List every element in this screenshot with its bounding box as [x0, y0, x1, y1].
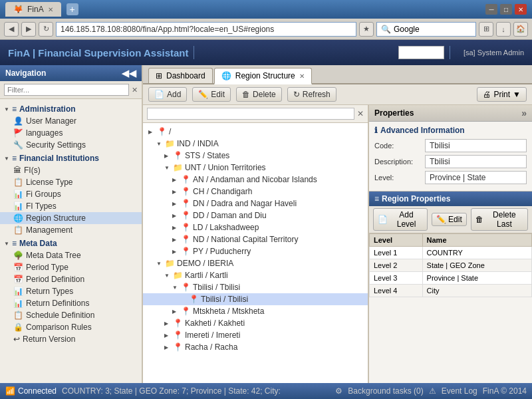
tree-item-imereti[interactable]: ▶ 📍 Imereti / Imereti [143, 329, 368, 341]
sidebar-item-languages[interactable]: 🚩 languages [0, 127, 142, 139]
nav-section-meta-header[interactable]: ▼ ≡ Meta Data [0, 237, 142, 249]
window-controls: ─ □ ✕ [485, 4, 527, 15]
description-row: Description: Tbilisi [374, 155, 527, 168]
header-separator [194, 46, 194, 59]
folder-icon: 📁 [165, 259, 175, 268]
language-selector[interactable]: English ▼ [398, 46, 444, 59]
tree-search-input[interactable] [147, 108, 354, 120]
tree-item-kakheti[interactable]: ▶ 📍 Kakheti / Kakheti [143, 317, 368, 329]
tree-item-unt[interactable]: ▼ 📁 UNT / Union Territories [143, 162, 368, 174]
tree-item-label: PY / Puducherry [193, 247, 251, 256]
sidebar-item-return-version[interactable]: ↩ Return Version [0, 333, 142, 345]
nav-section-administration-header[interactable]: ▼ ≡ Administration [0, 103, 142, 115]
chart-icon-3: 📊 [13, 287, 23, 296]
tree-item-mtskheta[interactable]: ▶ 📍 Mtskheta / Mtskheta [143, 305, 368, 317]
nav-extra-1[interactable]: ⊞ [479, 22, 493, 37]
sidebar-item-security-settings[interactable]: 🔧 Security Settings [0, 139, 142, 151]
tree-item-an[interactable]: ▶ 📍 AN / Andaman and Nicobar Islands [143, 174, 368, 186]
window-close-button[interactable]: ✕ [515, 4, 527, 15]
nav-section-administration: ▼ ≡ Administration 👤 User Manager 🚩 lang… [0, 103, 142, 151]
tab-close-icon[interactable]: ✕ [299, 72, 305, 80]
reload-button[interactable]: ↻ [39, 22, 53, 37]
window-minimize-button[interactable]: ─ [485, 4, 497, 15]
description-label: Description: [374, 158, 421, 166]
print-button[interactable]: 🖨 Print ▼ [477, 87, 527, 102]
sidebar-item-return-definitions[interactable]: 📊 Return Definitions [0, 297, 142, 309]
add-button[interactable]: 📄 Add [148, 87, 187, 102]
sidebar-item-period-definition[interactable]: 📅 Period Definition [0, 273, 142, 285]
tree-item-root[interactable]: ▶ 📍 / [143, 126, 368, 138]
sidebar-item-schedule-definition[interactable]: 📋 Schedule Definition [0, 309, 142, 321]
nav-filter-input[interactable] [4, 84, 129, 96]
tree-item-demo[interactable]: ▼ 📁 DEMO / IBERIA [143, 257, 368, 269]
region-edit-button[interactable]: ✏️ Edit [432, 213, 467, 226]
browser-tab[interactable]: 🦊 FinA ✕ [5, 2, 61, 17]
tab-dashboard-label: Dashboard [166, 71, 205, 80]
search-bar[interactable]: 🔍 Google [376, 22, 476, 37]
back-button[interactable]: ◀ [4, 22, 19, 37]
tree-item-tbilisi-selected[interactable]: 📍 Tbilisi / Tbilisi [143, 293, 368, 305]
sidebar-item-fis[interactable]: 🏛 FI(s) [0, 164, 142, 176]
tree-search-clear-button[interactable]: ✕ [357, 109, 364, 118]
new-tab-button[interactable]: + [66, 3, 78, 15]
address-bar[interactable]: 146.185.178.108:8080/fina/App.html?local… [56, 22, 356, 37]
sidebar-item-license-type[interactable]: 📋 License Type [0, 176, 142, 188]
nav-collapse-button[interactable]: ◀◀ [122, 68, 136, 78]
tab-close-btn[interactable]: ✕ [48, 6, 53, 13]
tree-arrow-icon: ▼ [164, 273, 171, 279]
tree-item-sts[interactable]: ▶ 📍 STS / States [143, 150, 368, 162]
tree-icon: 🌳 [13, 251, 23, 260]
refresh-button[interactable]: ↻ Refresh [287, 87, 336, 102]
edit-button[interactable]: ✏️ Edit [192, 87, 231, 102]
sidebar-item-region-structure[interactable]: 🌐 Region Structure [0, 212, 142, 224]
tree-item-nd[interactable]: ▶ 📍 ND / National Capital Territory [143, 233, 368, 245]
fi-section-icon: ≡ [12, 154, 17, 163]
tree-item-racha[interactable]: ▶ 📍 Racha / Racha [143, 341, 368, 353]
add-level-button[interactable]: 📄 Add Level [373, 208, 428, 231]
tree-item-ind[interactable]: ▼ 📁 IND / INDIA [143, 138, 368, 150]
tab-region-structure[interactable]: 🌐 Region Structure ✕ [214, 68, 312, 84]
nav-filter-clear-button[interactable]: ✕ [132, 86, 138, 94]
sidebar-item-management[interactable]: 📋 Management [0, 224, 142, 236]
tree-scroll[interactable]: ▶ 📍 / ▼ 📁 IND / INDIA ▶ 📍 STS / S [143, 123, 368, 383]
sidebar-item-comparison-rules[interactable]: 🔒 Comparison Rules [0, 321, 142, 333]
delete-last-icon: 🗑 [475, 215, 483, 224]
nav-item-label: Security Settings [26, 140, 86, 150]
nav-item-label: Return Types [26, 287, 73, 296]
sidebar-item-fi-types[interactable]: 📊 FI Types [0, 200, 142, 212]
expand-icon[interactable]: » [521, 108, 527, 118]
sidebar-item-return-types[interactable]: 📊 Return Types [0, 285, 142, 297]
sidebar-item-period-type[interactable]: 📅 Period Type [0, 261, 142, 273]
sidebar-item-user-manager[interactable]: 👤 User Manager [0, 115, 142, 127]
description-value[interactable]: Tbilisi [425, 155, 527, 168]
nav-item-label: languages [26, 128, 63, 138]
tab-dashboard[interactable]: ⊞ Dashboard [148, 68, 213, 83]
window-maximize-button[interactable]: □ [500, 4, 512, 15]
nav-extra-3[interactable]: 🏠 [513, 22, 528, 37]
tree-item-dd[interactable]: ▶ 📍 DD / Daman and Diu [143, 209, 368, 221]
tree-arrow-icon [180, 297, 187, 303]
tree-item-kartli[interactable]: ▼ 📁 Kartli / Kartli [143, 269, 368, 281]
bookmark-button[interactable]: ★ [359, 22, 374, 37]
tree-item-tbilisi-parent[interactable]: ▼ 📍 Tbilisi / Tbilisi [143, 281, 368, 293]
nav-item-label: FI Types [26, 201, 57, 211]
tree-item-py[interactable]: ▶ 📍 PY / Puducherry [143, 245, 368, 257]
sidebar-item-fi-groups[interactable]: 📊 Fi Groups [0, 188, 142, 200]
nav-extra-2[interactable]: ↓ [496, 22, 511, 37]
delete-button[interactable]: 🗑 Delete [236, 87, 282, 102]
tab-region-structure-label: Region Structure [235, 71, 295, 80]
tree-item-dn[interactable]: ▶ 📍 DN / Dadra and Nagar Haveli [143, 198, 368, 209]
nav-header: Navigation ◀◀ [0, 65, 142, 81]
url-text: 146.185.178.108:8080/fina/App.html?local… [61, 25, 274, 34]
sidebar-item-meta-data-tree[interactable]: 🌳 Meta Data Tree [0, 249, 142, 261]
language-value: English [403, 48, 429, 57]
tree-item-ch[interactable]: ▶ 📍 CH / Chandigarh [143, 186, 368, 198]
delete-last-button[interactable]: 🗑 Delete Last [471, 208, 528, 231]
level-value[interactable]: Province | State [425, 171, 527, 184]
code-value[interactable]: Tbilisi [425, 139, 527, 152]
tree-item-ld[interactable]: ▶ 📍 LD / Lakshadweep [143, 221, 368, 233]
forward-button[interactable]: ▶ [21, 22, 36, 37]
nav-section-fi-header[interactable]: ▼ ≡ Financial Institutions [0, 152, 142, 164]
nav-section-fi-label: Financial Institutions [19, 154, 99, 163]
region-props-title: Region Properties [382, 194, 450, 203]
